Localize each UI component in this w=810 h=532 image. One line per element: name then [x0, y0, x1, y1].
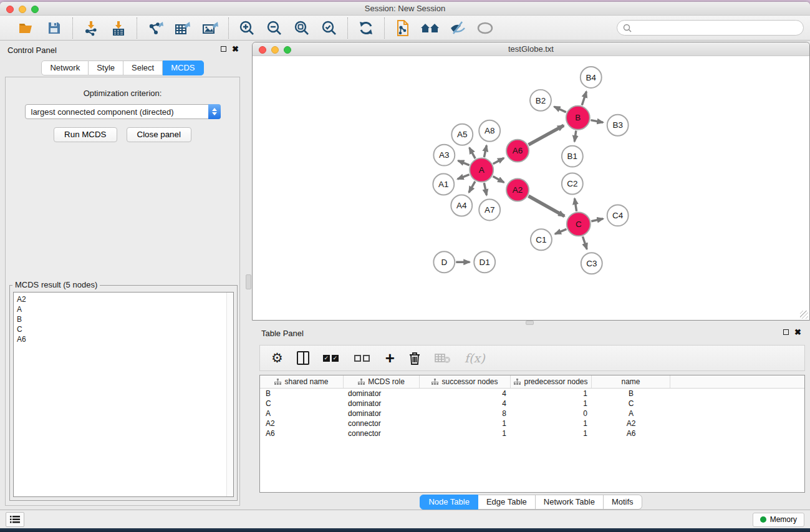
tab-select[interactable]: Select — [123, 60, 163, 75]
edge-B-B4[interactable] — [582, 92, 586, 105]
gear-icon[interactable]: ⚙ — [271, 349, 283, 367]
close-panel-icon[interactable]: ✖ — [794, 329, 801, 336]
select-all-icon[interactable]: ✓✓ — [323, 349, 340, 367]
graph-node-D[interactable]: D — [433, 251, 455, 273]
table-cell[interactable]: 4 — [420, 399, 511, 409]
float-panel-icon[interactable] — [783, 329, 789, 335]
zoom-in-button[interactable] — [235, 17, 259, 39]
home-networks-button[interactable] — [418, 17, 442, 39]
graph-node-C4[interactable]: C4 — [607, 205, 629, 226]
eye-slash-button[interactable] — [446, 17, 470, 39]
table-cell[interactable]: A — [592, 409, 670, 418]
edge-A-A8[interactable] — [484, 145, 486, 157]
table-cell[interactable]: A6 — [260, 428, 344, 438]
search-input[interactable] — [617, 20, 804, 36]
column-header-MCDS-role[interactable]: MCDS role — [344, 375, 420, 388]
table-cell[interactable]: B — [260, 389, 344, 399]
tab-style[interactable]: Style — [89, 60, 123, 75]
task-history-button[interactable] — [6, 512, 24, 527]
graph-node-B1[interactable]: B1 — [562, 146, 583, 167]
table-cell[interactable]: 0 — [511, 409, 592, 418]
trash-icon[interactable] — [408, 349, 421, 367]
edge-A-A2[interactable] — [493, 177, 504, 183]
edge-C-C1[interactable] — [555, 229, 566, 234]
tab-node-table[interactable]: Node Table — [420, 495, 478, 510]
table-cell[interactable]: B — [592, 389, 670, 399]
table-cell[interactable]: C — [592, 399, 670, 409]
edge-B-B1[interactable] — [574, 130, 576, 141]
float-panel-icon[interactable] — [221, 46, 226, 52]
table-cell[interactable]: C — [260, 399, 344, 409]
graph-node-A2[interactable]: A2 — [506, 179, 529, 201]
document-network-button[interactable] — [391, 17, 415, 39]
edge-A-A7[interactable] — [484, 183, 486, 195]
table-row[interactable]: Cdominator41C — [260, 399, 804, 409]
open-session-button[interactable] — [15, 17, 39, 39]
graph-node-A1[interactable]: A1 — [433, 174, 454, 195]
export-network-button[interactable] — [143, 17, 167, 39]
columns-icon[interactable] — [297, 349, 309, 367]
table-cell[interactable]: A2 — [260, 418, 344, 428]
column-header-shared-name[interactable]: shared name — [260, 375, 344, 388]
mcds-result-item[interactable]: C — [17, 324, 233, 334]
close-panel-button[interactable]: Close panel — [127, 127, 191, 142]
edge-A6-B[interactable] — [529, 125, 564, 145]
table-cell[interactable]: 1 — [511, 399, 592, 409]
graph-node-A8[interactable]: A8 — [479, 120, 500, 142]
zoom-selected-button[interactable] — [317, 17, 341, 39]
refresh-button[interactable] — [354, 17, 378, 39]
graph-node-B4[interactable]: B4 — [581, 67, 602, 88]
edge-A-A4[interactable] — [469, 181, 475, 193]
graph-node-B3[interactable]: B3 — [607, 115, 629, 136]
table-cell[interactable]: dominator — [344, 409, 420, 418]
close-panel-icon[interactable]: ✖ — [232, 46, 239, 52]
resize-grip[interactable] — [800, 311, 808, 319]
graph-node-C1[interactable]: C1 — [531, 229, 552, 250]
graph-node-A[interactable]: A — [470, 158, 493, 182]
eye-button[interactable] — [473, 17, 497, 39]
tab-edge-table[interactable]: Edge Table — [478, 495, 536, 510]
tab-mcds[interactable]: MCDS — [163, 60, 203, 75]
scrollbar-track[interactable] — [226, 293, 233, 496]
table-row[interactable]: A6connector11A6 — [260, 428, 804, 438]
table-cell[interactable]: 1 — [420, 418, 511, 428]
edge-C-C3[interactable] — [582, 236, 587, 249]
column-header-name[interactable]: name — [592, 375, 670, 388]
graph-node-C3[interactable]: C3 — [581, 253, 602, 274]
import-table-button[interactable] — [107, 17, 130, 39]
criterion-select[interactable]: largest connected component (directed) — [25, 104, 221, 119]
table-row[interactable]: Adominator80A — [260, 409, 804, 418]
column-header-successor-nodes[interactable]: successor nodes — [420, 375, 511, 388]
edge-A-A1[interactable] — [458, 175, 470, 179]
graph-node-A7[interactable]: A7 — [479, 199, 500, 220]
zoom-fit-button[interactable] — [290, 17, 314, 39]
horizontal-splitter-handle[interactable] — [526, 321, 534, 325]
tab-network-table[interactable]: Network Table — [536, 495, 604, 510]
tab-motifs[interactable]: Motifs — [604, 495, 642, 510]
edge-B-B3[interactable] — [591, 120, 603, 123]
graph-node-C[interactable]: C — [567, 212, 591, 236]
edge-A2-C[interactable] — [528, 196, 564, 216]
memory-button[interactable]: Memory — [753, 513, 804, 527]
vertical-splitter-handle[interactable] — [246, 274, 251, 289]
table-cell[interactable]: A2 — [592, 418, 670, 428]
table-cell[interactable]: dominator — [344, 389, 420, 399]
edge-C-C2[interactable] — [574, 198, 576, 211]
mcds-result-list[interactable]: A2ABCA6 — [13, 292, 234, 497]
import-network-button[interactable] — [79, 17, 103, 39]
edge-C-C4[interactable] — [591, 219, 603, 221]
table-cell[interactable]: 4 — [420, 389, 511, 399]
table-cell[interactable]: A6 — [592, 428, 670, 438]
add-icon[interactable]: + — [385, 349, 395, 367]
mcds-result-item[interactable]: B — [17, 314, 233, 324]
table-cell[interactable]: 1 — [511, 428, 592, 438]
table-cell[interactable]: 1 — [511, 418, 592, 428]
graph-node-B[interactable]: B — [566, 106, 590, 130]
table-cell[interactable]: 8 — [420, 409, 511, 418]
node-table[interactable]: shared nameMCDS rolesuccessor nodesprede… — [259, 375, 805, 493]
graph-node-B2[interactable]: B2 — [530, 90, 551, 111]
deselect-all-icon[interactable] — [354, 349, 372, 367]
run-mcds-button[interactable]: Run MCDS — [54, 127, 117, 142]
edge-A-A5[interactable] — [470, 148, 475, 158]
edge-A-A6[interactable] — [493, 158, 504, 163]
